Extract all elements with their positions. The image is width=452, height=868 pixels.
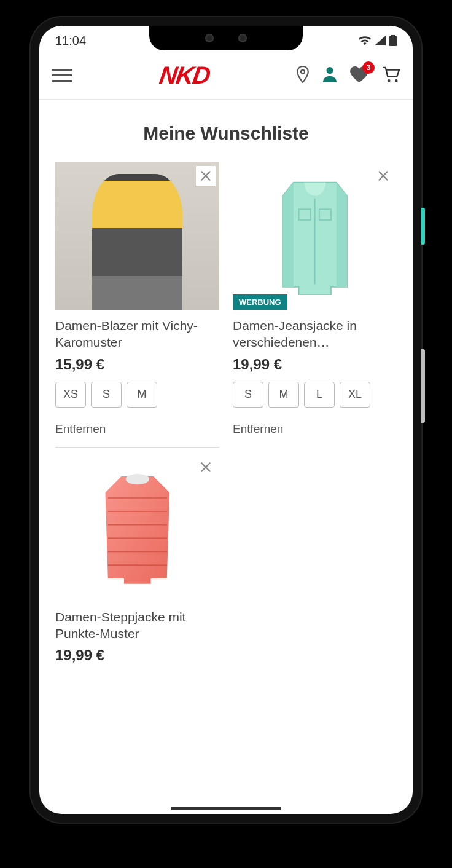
wifi-icon xyxy=(359,36,371,45)
product-image[interactable] xyxy=(55,162,219,310)
cart-icon xyxy=(382,66,400,82)
location-button[interactable] xyxy=(296,66,310,85)
svg-point-8 xyxy=(125,473,149,484)
jacket-illustration xyxy=(249,177,381,295)
product-card: WERBUNG Damen-Jeansjacke in verschiedene… xyxy=(233,162,397,448)
remove-link[interactable]: Entfernen xyxy=(233,422,397,441)
product-grid: Damen-Blazer mit Vichy-Karomuster 15,99 … xyxy=(39,162,413,673)
side-button xyxy=(421,208,425,245)
size-option[interactable]: M xyxy=(127,382,157,408)
size-option[interactable]: S xyxy=(233,382,263,408)
product-image[interactable]: WERBUNG xyxy=(233,162,397,310)
pin-icon xyxy=(296,66,310,83)
wishlist-button[interactable]: 3 xyxy=(350,66,368,85)
app-header: NKD 3 xyxy=(39,55,413,100)
product-price: 19,99 € xyxy=(55,647,219,673)
size-option[interactable]: S xyxy=(91,382,122,408)
puffer-illustration xyxy=(72,468,203,586)
side-button xyxy=(421,349,425,423)
size-option[interactable]: M xyxy=(268,382,299,408)
screen: 11:04 NKD 3 xyxy=(39,26,413,814)
svg-rect-0 xyxy=(391,39,395,45)
product-card: Damen-Blazer mit Vichy-Karomuster 15,99 … xyxy=(55,162,219,448)
divider xyxy=(55,447,219,448)
svg-point-2 xyxy=(326,67,333,74)
product-card: Damen-Steppjacke mit Punkte-Muster 19,99… xyxy=(55,454,219,673)
close-icon xyxy=(200,462,211,473)
size-option[interactable]: L xyxy=(304,382,335,408)
svg-point-4 xyxy=(395,79,398,82)
remove-link[interactable]: Entfernen xyxy=(55,422,219,441)
remove-icon-button[interactable] xyxy=(373,166,393,186)
size-option[interactable]: XL xyxy=(340,382,370,408)
product-price: 15,99 € xyxy=(55,356,219,382)
person-icon xyxy=(323,66,337,82)
remove-icon-button[interactable] xyxy=(196,457,216,477)
svg-point-1 xyxy=(301,69,305,73)
ad-tag: WERBUNG xyxy=(233,294,287,310)
size-selector: XS S M xyxy=(55,382,219,422)
product-title: Damen-Blazer mit Vichy-Karomuster xyxy=(55,310,219,356)
size-option[interactable]: XS xyxy=(55,382,86,408)
page-title: Meine Wunschliste xyxy=(39,100,413,162)
battery-icon xyxy=(389,35,397,46)
close-icon xyxy=(378,170,389,181)
device-frame: 11:04 NKD 3 xyxy=(31,17,421,823)
cart-button[interactable] xyxy=(382,66,400,85)
close-icon xyxy=(200,170,211,181)
product-title: Damen-Steppjacke mit Punkte-Muster xyxy=(55,601,219,647)
svg-point-3 xyxy=(388,79,391,82)
menu-button[interactable] xyxy=(52,69,72,82)
remove-icon-button[interactable] xyxy=(196,166,216,186)
wishlist-badge: 3 xyxy=(362,61,375,74)
device-notch xyxy=(149,26,303,50)
product-price: 19,99 € xyxy=(233,356,397,382)
home-indicator xyxy=(171,807,281,810)
brand-logo[interactable]: NKD xyxy=(157,61,211,89)
signal-icon xyxy=(375,36,386,45)
product-image[interactable] xyxy=(55,454,219,601)
product-title: Damen-Jeansjacke in verschiedenen… xyxy=(233,310,397,356)
status-time: 11:04 xyxy=(55,34,86,48)
size-selector: S M L XL xyxy=(233,382,397,422)
account-button[interactable] xyxy=(323,66,337,85)
